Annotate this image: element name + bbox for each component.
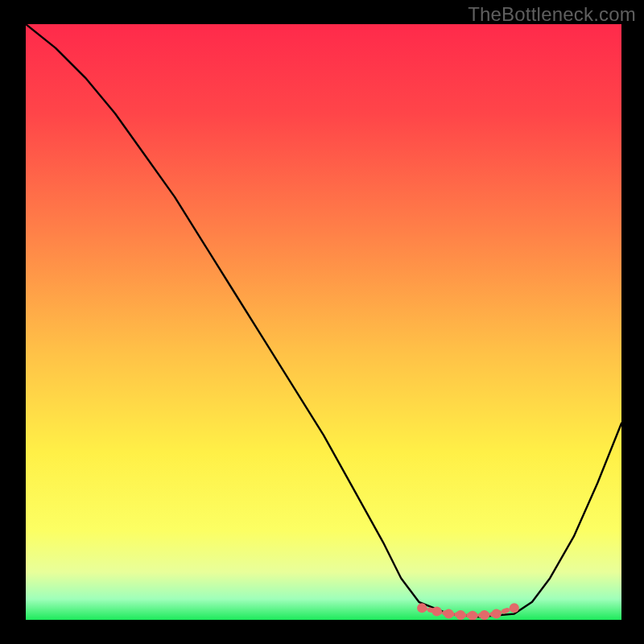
watermark-text: TheBottleneck.com xyxy=(468,3,636,26)
plot-area xyxy=(26,24,621,620)
chart-container: TheBottleneck.com xyxy=(0,0,644,644)
chart-svg xyxy=(26,24,621,620)
